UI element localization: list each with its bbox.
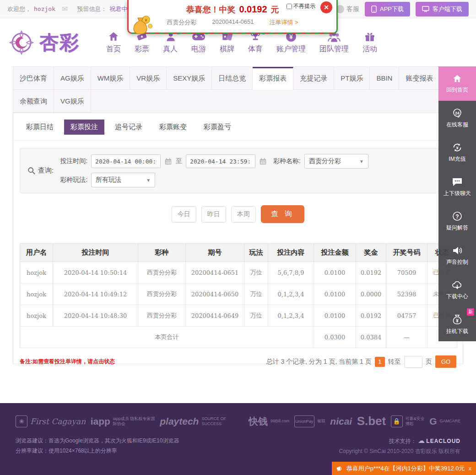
chevron-down-icon: ▼ [146, 178, 151, 183]
sidebar-item-im-recharge[interactable]: ¥ IM充值 [438, 135, 476, 169]
svg-text:¥: ¥ [456, 318, 459, 323]
client-download-button[interactable]: 客户端下载 [416, 2, 469, 16]
page-number-button[interactable]: 1 [375, 357, 385, 367]
tab-balance-query[interactable]: 余额查询 [13, 90, 54, 113]
bet-time-to-input[interactable] [186, 154, 255, 168]
search-section-label: 查询: [27, 166, 54, 175]
win-toast: 恭喜用户p***4在【河内1分彩】中奖3912.0元 x [332, 462, 476, 475]
monitor-icon [422, 6, 429, 12]
table-row: hozjok 2020-04-14 10:48:30 西贡分分彩 2020041… [20, 305, 457, 327]
sidebar-item-faq[interactable]: ? 疑问解答 [438, 204, 476, 238]
chevron-down-icon: ▼ [359, 159, 364, 164]
nav-item-sports[interactable]: N 体育 [248, 31, 263, 54]
yesterday-button[interactable]: 昨日 [201, 206, 226, 223]
svg-text:?: ? [455, 213, 459, 219]
tab-daily-summary[interactable]: 日结总览 [212, 67, 253, 90]
calendar-icon[interactable] [164, 158, 172, 165]
tab-vr[interactable]: VR娱乐 [130, 67, 167, 90]
nav-item-egames[interactable]: H 电游 [191, 31, 206, 54]
sidebar-item-back-home[interactable]: 回到首页 [438, 66, 476, 101]
client-download-label: 客户端下载 [433, 5, 462, 13]
toast-message: 恭喜用户p***4在【河内1分彩】中奖3912.0元 [346, 464, 465, 473]
bet-detail-link[interactable]: 注单详情 > [269, 18, 298, 27]
mail-icon[interactable]: ✉ [62, 5, 68, 13]
subtab-lottery-account-change[interactable]: 彩票账变 [153, 120, 193, 135]
tab-account-change-report[interactable]: 账变报表 [399, 67, 440, 90]
nav-item-live[interactable]: N 真人 [163, 31, 178, 54]
welcome-text: 欢迎您， [7, 5, 31, 13]
gold-moneybag-icon: ¥ [130, 12, 153, 35]
reserved-label: 预留信息： [77, 5, 107, 13]
sidebar-item-chat[interactable]: 上下级聊天 [438, 169, 476, 204]
app-download-button[interactable]: APP下载 [365, 2, 410, 16]
question-icon: ? [451, 211, 463, 222]
tab-bbin[interactable]: BBIN [370, 67, 399, 90]
total-label: 本页合计 [20, 327, 314, 348]
nav-item-home[interactable]: 首页 [106, 31, 121, 54]
partner-logos: ❀ First Cagayan iapp iapp成员 隐私权专家国际协会 pl… [0, 403, 476, 428]
table-header-row: 用户名 投注时间 彩种 期号 玩法 投注内容 投注金额 奖金 开奖号码 状态 [20, 244, 457, 262]
goto-page-input[interactable] [404, 356, 422, 368]
dont-remind-label: 不再提示 [293, 2, 315, 10]
search-button[interactable]: 查 询 [261, 205, 304, 223]
lock-icon: 🔒 [391, 415, 403, 427]
customer-service-link[interactable]: 客服 [336, 5, 359, 13]
username: hozjok [34, 5, 55, 12]
tab-deposit-records[interactable]: 充提记录 [293, 67, 334, 90]
bet-time-label: 投注时间: [60, 157, 87, 165]
col-lottery: 彩种 [138, 244, 186, 262]
tab-vg[interactable]: VG娱乐 [54, 90, 91, 113]
nav-item-account[interactable]: ¥ 账户管理 [276, 31, 306, 54]
tab-lottery-report[interactable]: 彩票报表 [253, 67, 293, 90]
tab-wm[interactable]: WM娱乐 [91, 67, 130, 90]
nav-item-boardgames[interactable]: 棋牌 [220, 31, 234, 54]
col-amount: 投注金额 [314, 244, 356, 262]
calendar-icon[interactable] [259, 158, 267, 165]
tab-shaba-sports[interactable]: 沙巴体育 [13, 67, 54, 90]
toast-close-button[interactable]: x [469, 465, 472, 472]
bet-time-from-input[interactable] [91, 154, 161, 168]
today-button[interactable]: 今日 [172, 206, 196, 223]
tab-sexy[interactable]: SEXY娱乐 [167, 67, 212, 90]
go-button[interactable]: GO [435, 355, 456, 368]
table-total-row: 本页合计 0.0300 0.0384 — — [20, 327, 457, 348]
table-row: hozjok 2020-04-14 10:49:12 西贡分分彩 2020041… [20, 284, 457, 305]
popup-close-button[interactable]: ✕ [320, 1, 332, 13]
svg-text:¥: ¥ [456, 145, 459, 150]
sidebar-item-hangup-download[interactable]: 新 ¥ 挂机下载 [438, 307, 476, 341]
win-lottery-name: 西贡分分彩 [167, 18, 196, 27]
site-logo[interactable]: 杏彩 [8, 29, 80, 56]
subtab-lottery-daily[interactable]: 彩票日结 [20, 120, 60, 135]
subtab-chase-records[interactable]: 追号记录 [108, 120, 149, 135]
lottery-name-select[interactable]: 西贡分分彩 ▼ [304, 154, 368, 169]
stamp-icon: ❀ [16, 415, 27, 427]
dont-remind-checkbox[interactable] [287, 4, 292, 9]
this-week-button[interactable]: 本周 [231, 206, 256, 223]
tab-ag[interactable]: AG娱乐 [54, 67, 91, 90]
col-bet-time: 投注时间 [53, 244, 138, 262]
browser-tip: 浏览器建议：首选为Google浏览器，其次为火狐和IE9或IE10浏览器 [16, 436, 179, 446]
logo-99bill: 快钱 99Bill.com [249, 415, 290, 428]
dismiss-option[interactable]: 不再提示 [287, 2, 315, 10]
col-draw-number: 开奖号码 [386, 244, 427, 262]
app-download-label: APP下载 [380, 5, 404, 13]
query-panel: 查询: 投注时间: 至 彩种名称: 西贡分分彩 ▼ 彩种玩法: 所有玩法 [20, 148, 456, 193]
sidebar-item-download-center[interactable]: 下载中心 [438, 273, 476, 307]
resolution-tip: 分辨率建议：使用1024×768以上的分辨率 [16, 446, 179, 456]
nav-item-activity[interactable]: 活动 [362, 31, 377, 54]
sidebar-item-sound[interactable]: 声音控制 [438, 238, 476, 273]
new-badge: 新 [467, 308, 474, 316]
subtab-lottery-bets[interactable]: 彩票投注 [64, 120, 104, 135]
tab-pt[interactable]: PT娱乐 [334, 67, 370, 90]
sidebar-item-online-service[interactable]: 24 在线客服 [438, 101, 476, 135]
play-type-select[interactable]: 所有玩法 ▼ [91, 173, 155, 187]
logo-iapp: iapp iapp成员 隐私权专家国际协会 [91, 416, 155, 427]
page-label: 页 [426, 358, 432, 366]
note-text: 备注:如需查看投注单详情，请点击状态 [20, 358, 115, 366]
copyright-text: Copyright © SinCai 2010-2020 杏彩娱乐 版权所有 [339, 446, 460, 456]
tech-support-label: 技术支持： [389, 438, 416, 444]
pagination: 总计 3 个记录, 分为 1 页, 当前第 1 页 1 转至 页 GO [266, 355, 457, 368]
nav-item-team[interactable]: 团队管理 [319, 31, 349, 54]
home-icon [452, 74, 463, 84]
subtab-lottery-profit[interactable]: 彩票盈亏 [197, 120, 238, 135]
